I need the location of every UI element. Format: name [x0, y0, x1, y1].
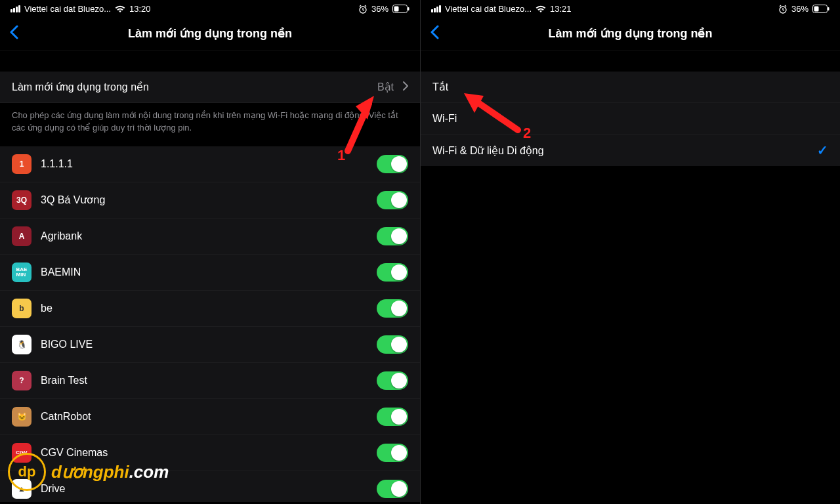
app-icon: 🐧	[12, 335, 32, 354]
option-row[interactable]: Wi-Fi	[421, 103, 840, 135]
app-row[interactable]: 11.1.1.1	[0, 146, 420, 182]
back-button[interactable]	[430, 25, 439, 42]
signal-icon	[10, 5, 20, 12]
app-toggle[interactable]	[377, 444, 408, 462]
battery-icon	[392, 5, 410, 13]
app-toggle[interactable]	[377, 335, 408, 354]
app-row[interactable]: BAE MINBAEMIN	[0, 255, 420, 291]
carrier-label: Viettel cai dat Bluezo...	[445, 4, 532, 14]
page-title: Làm mới ứng dụng trong nền	[549, 26, 713, 41]
page-title: Làm mới ứng dụng trong nền	[128, 26, 292, 41]
app-name: CatnRobot	[41, 411, 368, 423]
chevron-right-icon	[403, 81, 408, 93]
app-list: 11.1.1.13Q3Q Bá VươngAAgribankBAE MINBAE…	[0, 146, 420, 502]
option-row[interactable]: Wi-Fi & Dữ liệu Di động✓	[421, 135, 840, 166]
section-description: Cho phép các ứng dụng làm mới nội dung t…	[0, 103, 420, 146]
app-name: BIGO LIVE	[41, 339, 368, 350]
option-label: Tắt	[432, 81, 828, 93]
back-button[interactable]	[9, 25, 18, 42]
battery-pct: 36%	[791, 4, 808, 14]
battery-icon	[812, 5, 830, 13]
status-bar: Viettel cai dat Bluezo... 13:20 36%	[0, 0, 420, 16]
alarm-icon	[358, 5, 368, 14]
status-bar: Viettel cai dat Bluezo... 13:21 36%	[421, 0, 840, 16]
watermark-logo: dp	[8, 453, 46, 491]
phone-right: Viettel cai dat Bluezo... 13:21 36% Làm …	[420, 0, 840, 504]
master-toggle-label: Làm mới ứng dụng trong nền	[12, 81, 368, 93]
app-toggle[interactable]	[377, 408, 408, 426]
app-name: 3Q Bá Vương	[41, 194, 368, 206]
app-toggle[interactable]	[377, 227, 408, 245]
app-icon: ?	[12, 371, 32, 390]
app-toggle[interactable]	[377, 299, 408, 318]
app-icon: 1	[12, 154, 32, 174]
app-icon: 🐱	[12, 407, 32, 427]
alarm-icon	[778, 5, 788, 14]
wifi-icon	[115, 5, 125, 13]
app-row[interactable]: 🐱CatnRobot	[0, 399, 420, 435]
svg-rect-7	[814, 7, 819, 12]
app-row[interactable]: 3Q3Q Bá Vương	[0, 182, 420, 219]
app-toggle[interactable]	[377, 480, 408, 498]
app-name: Agribank	[41, 230, 368, 242]
time-label: 13:20	[129, 4, 151, 14]
phone-left: Viettel cai dat Bluezo... 13:20 36% Làm …	[0, 0, 420, 504]
app-icon: A	[12, 226, 32, 246]
option-row[interactable]: Tắt	[421, 72, 840, 103]
time-label: 13:21	[550, 4, 572, 14]
app-toggle[interactable]	[377, 191, 408, 209]
app-toggle[interactable]	[377, 155, 408, 173]
app-icon: 3Q	[12, 190, 32, 210]
app-row[interactable]: bbe	[0, 291, 420, 327]
app-row[interactable]: AAgribank	[0, 219, 420, 255]
signal-icon	[431, 5, 441, 12]
option-list: TắtWi-FiWi-Fi & Dữ liệu Di động✓	[421, 72, 840, 166]
battery-pct: 36%	[371, 4, 388, 14]
settings-content: Làm mới ứng dụng trong nền Bật Cho phép …	[0, 51, 420, 502]
app-row[interactable]: ?Brain Test	[0, 363, 420, 399]
app-name: Brain Test	[41, 375, 368, 387]
check-icon: ✓	[817, 142, 828, 158]
option-label: Wi-Fi & Dữ liệu Di động	[432, 144, 808, 157]
master-toggle-value: Bật	[377, 81, 394, 93]
svg-rect-2	[394, 7, 399, 12]
carrier-label: Viettel cai dat Bluezo...	[24, 4, 111, 14]
svg-rect-8	[828, 7, 830, 10]
app-toggle[interactable]	[377, 371, 408, 390]
app-toggle[interactable]	[377, 263, 408, 282]
settings-content: TắtWi-FiWi-Fi & Dữ liệu Di động✓	[421, 51, 840, 502]
app-name: BAEMIN	[41, 266, 368, 278]
app-icon: b	[12, 299, 32, 318]
watermark-brand: dươngphi	[51, 462, 129, 482]
option-label: Wi-Fi	[432, 113, 828, 125]
app-name: be	[41, 303, 368, 314]
nav-header: Làm mới ứng dụng trong nền	[0, 16, 420, 51]
app-row[interactable]: 🐧BIGO LIVE	[0, 327, 420, 363]
svg-rect-3	[408, 7, 410, 10]
watermark-suffix: .com	[129, 462, 169, 482]
app-icon: BAE MIN	[12, 262, 32, 282]
wifi-icon	[536, 5, 546, 13]
master-toggle-row[interactable]: Làm mới ứng dụng trong nền Bật	[0, 72, 420, 103]
nav-header: Làm mới ứng dụng trong nền	[421, 16, 840, 51]
watermark: dp dươngphi.com	[8, 453, 169, 491]
app-name: 1.1.1.1	[41, 158, 368, 170]
